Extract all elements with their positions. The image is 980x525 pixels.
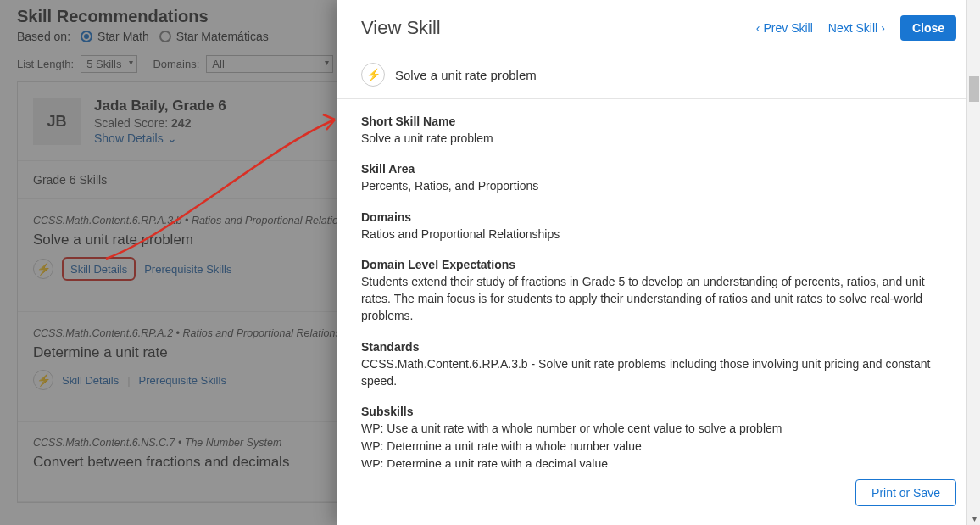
skill-area-label: Skill Area <box>361 162 956 176</box>
skill-details-link[interactable]: Skill Details <box>70 263 127 276</box>
standards-label: Standards <box>361 340 956 354</box>
show-details-label: Show Details <box>94 131 164 145</box>
radio-star-math[interactable]: Star Math <box>81 30 149 43</box>
bolt-icon[interactable]: ⚡ <box>33 259 53 279</box>
panel-header: View Skill ‹ Prev Skill Next Skill › Clo… <box>337 0 980 56</box>
skill-area-value: Percents, Ratios, and Proportions <box>361 177 956 194</box>
based-on-label: Based on: <box>17 30 70 43</box>
skill-details-highlight: Skill Details <box>62 257 136 281</box>
prev-skill-link[interactable]: ‹ Prev Skill <box>756 21 813 35</box>
chevron-down-icon: ⌄ <box>167 131 177 145</box>
scroll-down-icon[interactable]: ▾ <box>967 511 980 525</box>
prev-skill-label: Prev Skill <box>763 21 812 35</box>
scaled-score-value: 242 <box>171 116 191 130</box>
domains-field-label: Domains <box>361 210 956 224</box>
dle-value: Students extend their study of fractions… <box>361 273 956 325</box>
bolt-icon: ⚡ <box>361 63 385 87</box>
prereq-link[interactable]: Prerequisite Skills <box>139 374 226 387</box>
print-or-save-button[interactable]: Print or Save <box>855 479 956 506</box>
bolt-icon[interactable]: ⚡ <box>33 370 53 390</box>
short-skill-name-value: Solve a unit rate problem <box>361 130 956 147</box>
student-name: Jada Baily, Grade 6 <box>94 98 226 114</box>
close-button[interactable]: Close <box>900 15 956 41</box>
standards-value: CCSS.Math.Content.6.RP.A.3.b - Solve uni… <box>361 355 956 390</box>
subskill-item: WP: Determine a unit rate with a whole n… <box>361 438 956 455</box>
panel-scrollbar[interactable]: ▾ <box>966 0 980 525</box>
subskill-item: WP: Use a unit rate with a whole number … <box>361 420 956 438</box>
radio-star-matematicas[interactable]: Star Matemáticas <box>159 30 269 43</box>
view-skill-panel: View Skill ‹ Prev Skill Next Skill › Clo… <box>337 0 980 525</box>
chevron-right-icon: › <box>881 21 885 35</box>
scroll-thumb[interactable] <box>969 76 979 102</box>
prereq-link[interactable]: Prerequisite Skills <box>144 263 231 276</box>
subskill-item: WP: Determine a unit rate with a decimal… <box>361 455 956 467</box>
list-length-label: List Length: <box>17 58 74 70</box>
separator: | <box>127 374 130 387</box>
scaled-score: Scaled Score: 242 <box>94 116 226 130</box>
panel-subheader: ⚡ Solve a unit rate problem <box>337 56 980 99</box>
list-length-select[interactable]: 5 Skills <box>81 55 137 73</box>
short-skill-name-label: Short Skill Name <box>361 114 956 128</box>
radio-star-math-label: Star Math <box>97 30 149 43</box>
show-details-link[interactable]: Show Details ⌄ <box>94 131 177 145</box>
next-skill-link[interactable]: Next Skill › <box>828 21 885 35</box>
domains-select[interactable]: All <box>206 55 333 73</box>
skill-details-link[interactable]: Skill Details <box>62 374 119 387</box>
next-skill-label: Next Skill <box>828 21 877 35</box>
chevron-left-icon: ‹ <box>756 21 760 35</box>
panel-body[interactable]: Short Skill Name Solve a unit rate probl… <box>337 99 980 467</box>
radio-star-matematicas-label: Star Matemáticas <box>176 30 269 43</box>
radio-checked-icon <box>81 31 92 42</box>
domains-field-value: Ratios and Proportional Relationships <box>361 226 956 243</box>
panel-title: View Skill <box>361 17 441 39</box>
subskills-label: Subskills <box>361 405 956 418</box>
radio-unchecked-icon <box>159 31 171 42</box>
dle-label: Domain Level Expectations <box>361 258 956 271</box>
panel-skill-heading: Solve a unit rate problem <box>395 68 537 82</box>
panel-nav: ‹ Prev Skill Next Skill › Close <box>756 15 956 41</box>
scaled-score-label: Scaled Score: <box>94 116 168 130</box>
domains-label: Domains: <box>153 58 199 70</box>
panel-footer: Print or Save <box>337 467 980 525</box>
avatar: JB <box>33 98 81 145</box>
